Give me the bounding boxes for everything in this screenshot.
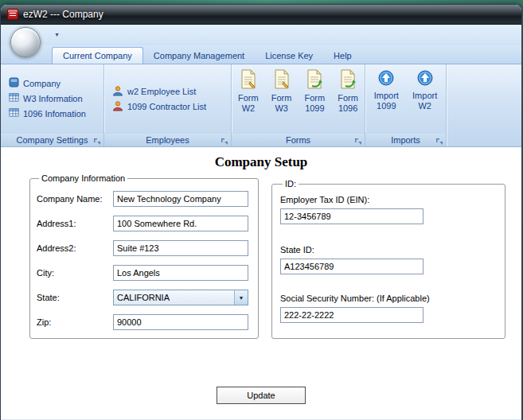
state-id-input[interactable] xyxy=(280,259,423,274)
company-setup-panel: Company Setup Company Information Compan… xyxy=(1,146,521,419)
field-address2: Address2: xyxy=(37,240,252,256)
ribbon-item-label: w2 Employee List xyxy=(127,87,196,96)
ein-input[interactable] xyxy=(280,208,423,224)
update-button[interactable]: Update xyxy=(217,387,306,404)
ribbon-item-1099-contractor-list[interactable]: 1099 Contractor List xyxy=(104,99,231,114)
field-company-name: Company Name: xyxy=(37,191,252,207)
button-form-1099[interactable]: Form 1099 xyxy=(299,69,332,133)
ribbon-item-1096-information[interactable]: 1096 Infomation xyxy=(1,106,103,121)
quick-access-toolbar: ▾ xyxy=(1,25,521,45)
import-1099-icon xyxy=(369,69,404,88)
dialog-launcher-icon[interactable] xyxy=(93,136,101,144)
company-information-legend: Company Information xyxy=(39,173,127,183)
app-icon xyxy=(7,9,18,20)
button-form-w2[interactable]: Form W2 xyxy=(232,69,265,133)
dropdown-arrow-icon[interactable]: ▼ xyxy=(234,290,248,305)
ribbon-item-label: Company xyxy=(23,79,60,88)
ribbon-item-w3-information[interactable]: W3 Information xyxy=(1,91,103,106)
group-caption-employees: Employees xyxy=(104,133,231,146)
button-form-1096[interactable]: Form 1096 xyxy=(331,69,365,133)
field-address1: Address1: xyxy=(37,216,252,231)
form-1099-icon xyxy=(299,69,332,91)
import-w2-icon xyxy=(408,69,443,88)
group-employees: w2 Employee List 1099 Contractor List Em… xyxy=(104,64,232,146)
page-title: Company Setup xyxy=(1,147,521,170)
group-caption-company-settings: Company Settings xyxy=(1,133,103,146)
zip-input[interactable] xyxy=(113,314,248,330)
tab-license-key[interactable]: License Key xyxy=(255,48,323,64)
ribbon-item-label: W3 Information xyxy=(23,94,83,103)
ribbon-item-label: 1099 Contractor List xyxy=(127,102,206,111)
address1-input[interactable] xyxy=(113,216,248,231)
form-1096-icon xyxy=(331,69,365,91)
ssn-label: Social Security Number: (If Applicable) xyxy=(280,294,497,303)
1096-information-icon xyxy=(9,107,19,119)
ribbon: Company W3 Information 1096 Infomation C… xyxy=(1,64,521,146)
company-information-groupbox: Company Information Company Name: Addres… xyxy=(29,173,259,339)
form-w3-icon xyxy=(265,69,299,91)
button-import-1099[interactable]: Import 1099 xyxy=(369,69,404,133)
form-w2-icon xyxy=(232,69,265,91)
ssn-input[interactable] xyxy=(280,307,423,323)
w3-information-icon xyxy=(9,92,19,104)
field-state: State: CALIFORNIA ▼ xyxy=(37,290,252,305)
tab-company-management[interactable]: Company Management xyxy=(143,48,255,64)
w2-employee-list-icon xyxy=(112,85,123,98)
company-name-input[interactable] xyxy=(113,191,248,207)
id-legend: ID: xyxy=(283,179,299,189)
app-window: ezW2 --- Company ▾ Current Company Compa… xyxy=(0,4,522,420)
ribbon-item-label: 1096 Infomation xyxy=(23,109,86,119)
field-city: City: xyxy=(37,265,252,281)
ribbon-filler xyxy=(447,64,521,146)
qat-customize-icon[interactable]: ▾ xyxy=(52,30,62,41)
state-select[interactable]: CALIFORNIA ▼ xyxy=(113,290,248,305)
group-caption-imports: Imports xyxy=(365,133,446,146)
ribbon-item-w2-employee-list[interactable]: w2 Employee List xyxy=(104,84,231,99)
button-import-w2[interactable]: Import W2 xyxy=(408,69,443,133)
window-title: ezW2 --- Company xyxy=(23,9,103,20)
field-zip: Zip: xyxy=(37,314,252,330)
address2-input[interactable] xyxy=(113,240,248,256)
dialog-launcher-icon[interactable] xyxy=(435,136,443,144)
tab-current-company[interactable]: Current Company xyxy=(52,47,143,64)
group-imports: Import 1099 Import W2 Imports xyxy=(365,64,447,146)
ribbon-tab-bar: Current Company Company Management Licen… xyxy=(1,45,521,64)
1099-contractor-list-icon xyxy=(112,100,123,113)
application-orb-button[interactable] xyxy=(10,27,41,57)
company-icon xyxy=(9,77,19,89)
ribbon-item-company[interactable]: Company xyxy=(1,76,103,91)
city-input[interactable] xyxy=(113,265,248,281)
group-caption-forms: Forms xyxy=(232,133,365,146)
tab-help[interactable]: Help xyxy=(323,48,362,64)
ein-label: Employer Tax ID (EIN): xyxy=(280,195,497,204)
titlebar[interactable]: ezW2 --- Company xyxy=(1,5,521,25)
button-form-w3[interactable]: Form W3 xyxy=(265,69,299,133)
group-forms: Form W2 Form W3 Form 1099 Form 1096 xyxy=(232,64,365,146)
dialog-launcher-icon[interactable] xyxy=(221,136,228,144)
id-groupbox: ID: Employer Tax ID (EIN): State ID: Soc… xyxy=(271,179,505,339)
dialog-launcher-icon[interactable] xyxy=(354,136,362,144)
state-id-label: State ID: xyxy=(280,245,497,255)
group-company-settings: Company W3 Information 1096 Infomation C… xyxy=(1,64,104,146)
